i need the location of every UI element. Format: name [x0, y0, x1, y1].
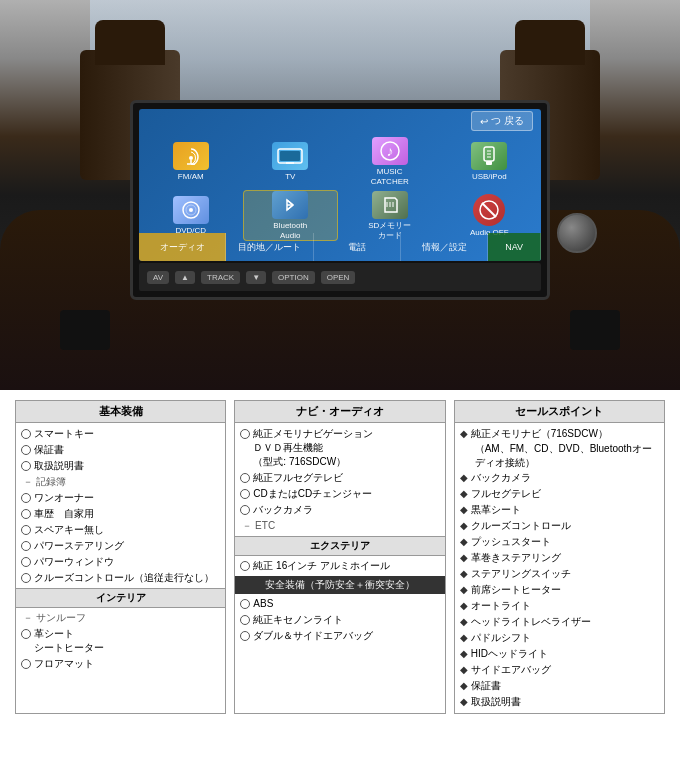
- svg-line-23: [482, 203, 496, 217]
- list-item: 取扱説明書: [21, 458, 220, 474]
- list-item: ◆クルーズコントロール: [460, 518, 659, 534]
- svg-point-14: [189, 208, 193, 212]
- list-item: － サンルーフ: [21, 610, 220, 626]
- sales-points-body: ◆純正メモリナビ（716SDCW） （AM、FM、CD、DVD、Bluetoot…: [455, 423, 664, 713]
- control-btn-1[interactable]: AV: [147, 271, 169, 284]
- list-item: ダブル＆サイドエアバッグ: [240, 628, 439, 644]
- check-circle: [21, 445, 31, 455]
- check-circle: [21, 557, 31, 567]
- check-circle: [21, 659, 31, 669]
- control-btn-4[interactable]: ▼: [246, 271, 266, 284]
- check-circle: [21, 429, 31, 439]
- usb-icon: [471, 142, 507, 170]
- head-unit-controls: AV ▲ TRACK ▼ OPTION OPEN: [139, 263, 541, 291]
- sub-header-interior: インテリア: [16, 588, 225, 608]
- list-item: ◆パドルシフト: [460, 630, 659, 646]
- check-circle: [240, 429, 250, 439]
- tab-info[interactable]: 情報／設定: [401, 233, 488, 261]
- tab-route[interactable]: 目的地／ルート: [226, 233, 313, 261]
- check-circle: [21, 525, 31, 535]
- control-btn-6[interactable]: OPEN: [321, 271, 356, 284]
- car-photo: ↩ つ 戻る MENU: [0, 0, 680, 390]
- check-circle: [21, 461, 31, 471]
- list-item: 純正 16インチ アルミホイール: [240, 558, 439, 574]
- usb-label: USB/iPod: [472, 172, 507, 182]
- tab-phone[interactable]: 電話: [314, 233, 401, 261]
- sales-points-header: セールスポイント: [455, 401, 664, 423]
- list-item: 保証書: [21, 442, 220, 458]
- list-item: スペアキー無し: [21, 522, 220, 538]
- list-item: ◆サイドエアバッグ: [460, 662, 659, 678]
- sales-points-table: セールスポイント ◆純正メモリナビ（716SDCW） （AM、FM、CD、DVD…: [454, 400, 665, 714]
- basic-equipment-table: 基本装備 スマートキー 保証書 取扱説明書 － 記録簿 ワンオーナー 車歴 自家…: [15, 400, 226, 714]
- check-circle: [21, 629, 31, 639]
- screen-bottom-tabs: オーディオ 目的地／ルート 電話 情報／設定 NAV: [139, 233, 541, 261]
- check-circle: [21, 509, 31, 519]
- tab-nav[interactable]: NAV: [488, 233, 541, 261]
- svg-rect-9: [486, 161, 492, 165]
- list-item: － 記録簿: [21, 474, 220, 490]
- list-item: ◆取扱説明書: [460, 694, 659, 710]
- menu-item-fmam[interactable]: FM/AM: [143, 137, 239, 186]
- navi-audio-table: ナビ・オーディオ 純正メモリナビゲーションＤＶＤ再生機能（型式: 716SDCW…: [234, 400, 445, 714]
- off-icon: [473, 194, 505, 226]
- music-label: MUSICCATCHER: [371, 167, 409, 186]
- control-btn-5[interactable]: OPTION: [272, 271, 315, 284]
- list-item: 革シートシートヒーター: [21, 626, 220, 656]
- check-circle: [21, 573, 31, 583]
- back-button[interactable]: ↩ つ 戻る: [471, 111, 533, 131]
- tab-audio[interactable]: オーディオ: [139, 233, 226, 261]
- menu-item-tv[interactable]: TV: [243, 137, 339, 186]
- check-circle: [240, 561, 250, 571]
- list-item: CDまたはCDチェンジャー: [240, 486, 439, 502]
- list-item: ◆黒革シート: [460, 502, 659, 518]
- volume-knob[interactable]: [557, 213, 597, 253]
- list-item: バックカメラ: [240, 502, 439, 518]
- fmam-icon: [173, 142, 209, 170]
- basic-equipment-body: スマートキー 保証書 取扱説明書 － 記録簿 ワンオーナー 車歴 自家用 スペア…: [16, 423, 225, 675]
- svg-rect-4: [280, 151, 300, 161]
- check-circle: [240, 599, 250, 609]
- head-unit-screen: ↩ つ 戻る MENU: [139, 109, 541, 261]
- sd-icon: [372, 191, 408, 219]
- check-circle: [240, 473, 250, 483]
- music-icon: ♪: [372, 137, 408, 165]
- list-item: ◆前席シートヒーター: [460, 582, 659, 598]
- list-item: ◆ヘッドライトレベライザー: [460, 614, 659, 630]
- check-circle: [240, 631, 250, 641]
- check-circle: [240, 489, 250, 499]
- list-item: ◆バックカメラ: [460, 470, 659, 486]
- menu-item-usb[interactable]: USB/iPod: [442, 137, 538, 186]
- list-item: パワーウィンドウ: [21, 554, 220, 570]
- list-item: 純正キセノンライト: [240, 612, 439, 628]
- control-btn-2[interactable]: ▲: [175, 271, 195, 284]
- equipment-tables: 基本装備 スマートキー 保証書 取扱説明書 － 記録簿 ワンオーナー 車歴 自家…: [0, 390, 680, 724]
- list-item: ◆保証書: [460, 678, 659, 694]
- list-item: ◆純正メモリナビ（716SDCW）: [460, 426, 659, 442]
- list-item: スマートキー: [21, 426, 220, 442]
- bt-icon: [272, 191, 308, 219]
- list-item: ABS: [240, 596, 439, 612]
- tv-icon: [272, 142, 308, 170]
- sub-header-exterior: エクステリア: [235, 536, 444, 556]
- fmam-label: FM/AM: [178, 172, 204, 182]
- navi-audio-header: ナビ・オーディオ: [235, 401, 444, 423]
- list-item: 純正メモリナビゲーションＤＶＤ再生機能（型式: 716SDCW）: [240, 426, 439, 470]
- head-unit: ↩ つ 戻る MENU: [130, 100, 550, 300]
- list-item: ◆フルセグテレビ: [460, 486, 659, 502]
- list-item: ◆HIDヘッドライト: [460, 646, 659, 662]
- list-item: フロアマット: [21, 656, 220, 672]
- list-item: ◆プッシュスタート: [460, 534, 659, 550]
- list-item: ◆革巻きステアリング: [460, 550, 659, 566]
- list-item: 純正フルセグテレビ: [240, 470, 439, 486]
- basic-equipment-header: 基本装備: [16, 401, 225, 423]
- menu-item-music[interactable]: ♪ MUSICCATCHER: [342, 137, 438, 186]
- svg-point-0: [189, 156, 193, 160]
- list-item: ワンオーナー: [21, 490, 220, 506]
- check-circle: [21, 541, 31, 551]
- list-item: （AM、FM、CD、DVD、Bluetoothオーディオ接続）: [460, 442, 659, 470]
- list-item: パワーステアリング: [21, 538, 220, 554]
- list-item: クルーズコントロール（追従走行なし）: [21, 570, 220, 586]
- control-btn-3[interactable]: TRACK: [201, 271, 240, 284]
- dvd-icon: [173, 196, 209, 224]
